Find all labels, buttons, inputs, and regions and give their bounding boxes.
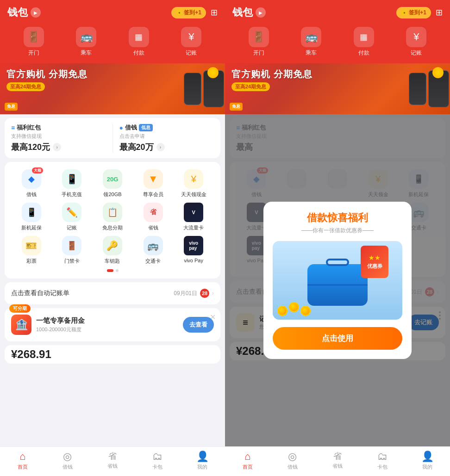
left-loan-sub: 点击去申请 <box>119 133 214 140</box>
left-service-vip[interactable]: ▼ 尊享会员 <box>133 169 174 198</box>
right-pay-label: 付款 <box>358 49 369 57</box>
left-service-ledger-img: ✏️ <box>66 207 78 218</box>
left-content: ≡ 福利红包 支持微信提现 最高120元 › ● 借钱 低息 <box>0 114 225 446</box>
left-page-dots <box>11 266 214 273</box>
left-service-lottery[interactable]: 🎫 彩票 <box>11 236 52 265</box>
left-auto-record-arrow: › <box>212 290 214 297</box>
left-service-installment[interactable]: 📋 免息分期 <box>92 203 133 231</box>
left-service-vip-icon: ▼ <box>144 169 163 189</box>
left-nav-borrow[interactable]: ◎ 借钱 <box>45 451 90 470</box>
left-service-carkey-img: 🔑 <box>106 240 118 251</box>
left-promo-text: 一笔专享备用金 1000-200000元额度 <box>36 316 178 333</box>
right-nav-home[interactable]: ⌂ 首页 <box>225 451 270 470</box>
left-nav-pay[interactable]: ▦ 付款 <box>129 27 149 57</box>
left-service-vip-img: ▼ <box>148 173 158 185</box>
left-welfare-sub: 支持微信提现 <box>11 133 106 140</box>
left-service-access-icon: 🚪 <box>62 236 81 255</box>
left-service-cash[interactable]: ¥ 天天领现金 <box>173 169 214 198</box>
left-nav-door[interactable]: 🚪 开门 <box>24 27 44 57</box>
left-service-access-img: 🚪 <box>67 241 77 251</box>
right-nav-pay[interactable]: ▦ 付款 <box>354 27 374 57</box>
left-nav-home-label: 首页 <box>18 464 28 470</box>
left-welfare-icon: ≡ <box>11 124 15 131</box>
left-service-save[interactable]: 省 省钱 <box>133 203 174 231</box>
left-service-simcard[interactable]: V 大流量卡 <box>173 203 214 231</box>
left-nav-save[interactable]: 省 省钱 <box>90 451 135 470</box>
left-title-text: 钱包 <box>7 6 28 19</box>
right-nav-save[interactable]: 省 省钱 <box>315 451 360 470</box>
left-auto-record-right: 09月01日 28 › <box>174 289 214 298</box>
left-services-grid: ◆ 大额 借钱 📱 手机充值 20G 领20GB <box>11 167 214 266</box>
left-auto-record[interactable]: 点击查看自动记账单 09月01日 28 › <box>5 282 220 304</box>
right-banner-badge: 至高24期免息 <box>231 82 270 91</box>
right-coin-icon: ● <box>401 9 407 16</box>
left-promo-sub: 1000-200000元额度 <box>36 326 178 333</box>
left-promo-close[interactable]: ✕ <box>210 313 216 321</box>
left-service-vivopay[interactable]: vivopay vivo Pay <box>173 236 214 265</box>
left-service-cash-label: 天天领现金 <box>181 191 206 198</box>
left-welfare-loan[interactable]: ● 借钱 低息 点击去申请 最高20万 › <box>119 124 214 153</box>
left-nav-home[interactable]: ⌂ 首页 <box>0 451 45 470</box>
right-expand-icon[interactable]: ⊞ <box>436 7 443 18</box>
left-service-carkey-icon: 🔑 <box>103 236 122 255</box>
right-nav-ledger[interactable]: ¥ 记账 <box>406 27 426 57</box>
right-nav-mine[interactable]: 👤 我的 <box>405 451 450 470</box>
left-service-data[interactable]: 20G 领20GB <box>92 169 133 198</box>
right-phone-small <box>409 73 426 105</box>
left-welfare-title: 福利红包 <box>17 124 41 132</box>
left-service-carkey[interactable]: 🔑 车钥匙 <box>92 236 133 265</box>
left-service-lottery-img: 🎫 <box>25 240 37 251</box>
left-nav-ledger[interactable]: ¥ 记账 <box>181 27 201 57</box>
left-nav-icons: 🚪 开门 🚌 乘车 ▦ 付款 ¥ 记账 <box>7 24 218 63</box>
left-nav-mine[interactable]: 👤 我的 <box>180 451 225 470</box>
left-nav-wallet-label: 卡包 <box>152 464 162 470</box>
left-service-data-img: 20G <box>107 176 119 183</box>
left-sign-in-button[interactable]: ● 签到+1 <box>171 7 206 19</box>
left-service-ledger[interactable]: ✏️ 记账 <box>52 203 93 231</box>
right-banner-content: 官方购机 分期免息 至高24期免息 <box>231 68 312 91</box>
left-nav-bus[interactable]: 🚌 乘车 <box>76 27 96 57</box>
left-expand-icon[interactable]: ⊞ <box>211 7 218 18</box>
left-ledger-label: 记账 <box>186 49 197 57</box>
right-nav-borrow[interactable]: ◎ 借钱 <box>270 451 315 470</box>
right-nav-bus[interactable]: 🚌 乘车 <box>301 27 321 57</box>
left-service-save-label: 省钱 <box>148 224 158 231</box>
left-welfare-card: ≡ 福利红包 支持微信提现 最高120元 › ● 借钱 低息 <box>5 118 220 158</box>
right-banner[interactable]: 官方购机 分期免息 至高24期免息 免息 <box>225 63 450 114</box>
left-service-warranty[interactable]: 📱 新机延保 <box>11 203 52 231</box>
right-play-icon[interactable]: ▶ <box>256 7 266 18</box>
right-modal-sub: ——你有一张借款优惠券—— <box>273 227 402 235</box>
right-modal-use-button[interactable]: 点击使用 <box>273 327 402 350</box>
left-services-card: ◆ 大额 借钱 📱 手机充值 20G 领20GB <box>5 162 220 278</box>
left-promo-icon: 🏦 <box>11 315 31 335</box>
right-header: 钱包 ▶ ● 签到+1 ⊞ 🚪 开门 🚌 乘车 ▦ 付款 <box>225 0 450 63</box>
right-nav-door[interactable]: 🚪 开门 <box>249 27 269 57</box>
left-service-save-img: 省 <box>150 208 156 216</box>
right-nav-mine-icon: 👤 <box>421 451 434 463</box>
right-coin-group <box>277 306 311 316</box>
left-banner[interactable]: 官方购机 分期免息 至高24期免息 免息 <box>0 63 225 114</box>
left-play-icon[interactable]: ▶ <box>31 7 41 18</box>
left-loan-icon: ● <box>119 124 123 131</box>
left-banner-badge: 至高24期免息 <box>6 82 45 91</box>
left-service-recharge[interactable]: 📱 手机充值 <box>52 169 93 198</box>
right-sign-in-button[interactable]: ● 签到+1 <box>396 7 431 19</box>
left-service-access[interactable]: 🚪 门禁卡 <box>52 236 93 265</box>
left-service-loan[interactable]: ◆ 大额 借钱 <box>11 169 52 198</box>
right-modal-overlay[interactable]: 借款惊喜福利 ——你有一张借款优惠券—— ★★ 优惠券 <box>225 114 450 446</box>
left-promo-button[interactable]: 去查看 <box>183 317 214 333</box>
left-welfare-red-packet[interactable]: ≡ 福利红包 支持微信提现 最高120元 › <box>11 124 106 153</box>
right-bus-label: 乘车 <box>306 49 317 57</box>
left-loan-badge: 低息 <box>139 124 153 131</box>
left-service-vivopay-img: vivopay <box>189 241 198 251</box>
right-nav-home-icon: ⌂ <box>244 451 250 463</box>
right-nav-wallet[interactable]: 🗂 卡包 <box>360 451 405 470</box>
left-nav-wallet[interactable]: 🗂 卡包 <box>135 451 180 470</box>
left-service-transit[interactable]: 🚌 交通卡 <box>133 236 174 265</box>
left-service-simcard-icon: V <box>184 203 203 222</box>
right-suitcase <box>307 264 368 306</box>
left-coin-icon: ● <box>176 9 182 16</box>
left-dot-2 <box>116 269 119 272</box>
left-service-warranty-img: 📱 <box>26 207 37 217</box>
left-door-label: 开门 <box>28 49 39 57</box>
